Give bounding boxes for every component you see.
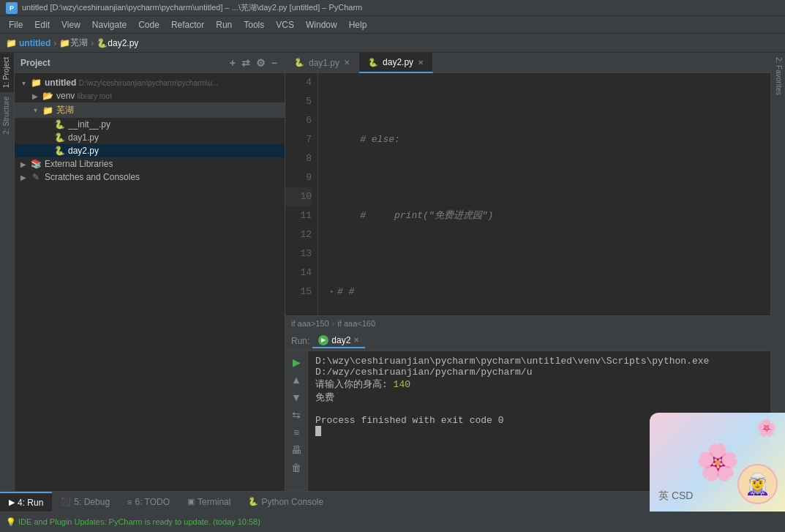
menu-refactor[interactable]: Refactor: [165, 18, 210, 31]
project-panel: Project + ⇄ ⚙ − ▾ 📁 untitled D:\wzy\cesh…: [15, 53, 285, 491]
status-bc-2: if aaa<160: [337, 319, 375, 328]
menu-bar: File Edit View Navigate Code Refactor Ru…: [0, 16, 785, 34]
menu-code[interactable]: Code: [132, 18, 165, 31]
code-line-6: ▸ # #: [324, 282, 765, 301]
run-print-button[interactable]: 🖶: [288, 442, 304, 458]
editor-status: if aaa>150 › if aaa<160: [285, 315, 770, 330]
tab-day2[interactable]: 🐍 day2.py ✕: [359, 53, 433, 73]
code-line-5: # print("免费进虎园"): [324, 206, 765, 225]
status-message: 💡 IDE and Plugin Updates: PyCharm is rea…: [6, 517, 779, 527]
menu-edit[interactable]: Edit: [29, 18, 56, 31]
tree-item-scratches[interactable]: ▶ ✎ Scratches and Consoles: [15, 171, 285, 184]
right-panel-tabs: 2: Favorites: [770, 53, 785, 491]
menu-view[interactable]: View: [56, 18, 86, 31]
menu-navigate[interactable]: Navigate: [86, 18, 132, 31]
bottom-tab-run[interactable]: ▶ 4: Run: [0, 492, 52, 512]
title-bar: P untitled [D:\wzy\ceshiruanjian\pycharm…: [0, 0, 785, 16]
bottom-tab-bar: ▶ 4: Run ⬛ 5: Debug ≡ 6: TODO ▣ Terminal…: [0, 491, 785, 512]
fold-icon-6[interactable]: ▸: [327, 282, 337, 301]
run-output-empty: [315, 404, 763, 415]
bottom-tab-terminal[interactable]: ▣ Terminal: [179, 492, 239, 512]
status-bar: 💡 IDE and Plugin Updates: PyCharm is rea…: [0, 512, 785, 532]
status-update-icon: 💡: [6, 517, 16, 526]
expand-icon-scratches: ▶: [18, 173, 29, 181]
folder-icon-extlib: 📚: [29, 159, 42, 169]
menu-run[interactable]: Run: [210, 18, 238, 31]
run-tab-day2-close[interactable]: ✕: [353, 336, 359, 344]
bottom-tab-debug[interactable]: ⬛ 5: Debug: [52, 492, 119, 512]
bottom-tab-terminal-label: Terminal: [198, 497, 230, 507]
status-update-text[interactable]: IDE and Plugin Updates: PyCharm is ready…: [18, 517, 260, 526]
bottom-tab-todo[interactable]: ≡ 6: TODO: [119, 492, 179, 512]
window-title: untitled [D:\wzy\ceshiruanjian\pycharm\p…: [22, 2, 362, 13]
tab-day1-icon: 🐍: [294, 58, 304, 67]
run-panel: Run: ▶ day2 ✕ ▶ ▲ ▼ ⇆ ≡ 🖶: [285, 330, 770, 491]
run-clear-button[interactable]: 🗑: [288, 460, 304, 476]
tree-item-wuhu[interactable]: ▾ 📁 芜湖: [15, 102, 285, 118]
new-file-icon[interactable]: +: [228, 57, 237, 69]
menu-help[interactable]: Help: [343, 18, 373, 31]
tab-day2-label: day2.py: [383, 57, 413, 67]
menu-vcs[interactable]: VCS: [270, 18, 300, 31]
expand-icon-untitled: ▾: [18, 79, 29, 87]
menu-window[interactable]: Window: [300, 18, 343, 31]
settings-icon[interactable]: ⚙: [255, 57, 267, 69]
sync-icon[interactable]: ⇄: [240, 57, 252, 69]
breadcrumb-project-icon: 📁: [6, 38, 17, 48]
breadcrumb-untitled[interactable]: untitled: [19, 38, 50, 48]
run-filter-button[interactable]: ≡: [288, 424, 304, 441]
tree-item-day1[interactable]: 🐍 day1.py: [15, 131, 285, 144]
editor-section: 🐍 day1.py ✕ 🐍 day2.py ✕ 4: [285, 53, 770, 330]
left-tab-project[interactable]: 1: Project: [0, 53, 14, 92]
run-scroll-up-button[interactable]: ▲: [288, 372, 304, 388]
breadcrumb-wuhu[interactable]: 芜湖: [70, 37, 88, 49]
folder-icon-wuhu: 📁: [41, 105, 54, 116]
tree-item-extlib[interactable]: ▶ 📚 External Libraries: [15, 157, 285, 171]
run-content-area: ▶ ▲ ▼ ⇆ ≡ 🖶 🗑 D:\wzy\ceshiruanjian\pycha…: [285, 351, 770, 491]
run-label: Run:: [291, 336, 309, 346]
tree-item-venv[interactable]: ▶ 📂 venv library root: [15, 89, 285, 102]
tree-item-day2[interactable]: 🐍 day2.py: [15, 144, 285, 157]
bottom-tab-python-console-label: Python Console: [261, 497, 323, 507]
run-cursor: [315, 426, 321, 436]
run-tab-day2-icon: ▶: [318, 335, 328, 345]
run-output[interactable]: D:\wzy\ceshiruanjian\pycharm\pycharm\unt…: [308, 351, 770, 491]
code-editor: 4 5 6 7 8 9 10 11 12 13 14 15: [285, 73, 770, 315]
tab-day1-label: day1.py: [309, 58, 339, 68]
tab-day2-close[interactable]: ✕: [418, 59, 424, 67]
editor-container: 🐍 day1.py ✕ 🐍 day2.py ✕ 4: [285, 53, 770, 330]
menu-file[interactable]: File: [3, 18, 29, 31]
bottom-tab-python-console[interactable]: 🐍 Python Console: [239, 492, 332, 512]
breadcrumb-bar: 📁 untitled › 📁 芜湖 › 🐍 day2.py: [0, 34, 785, 53]
run-tab-day2[interactable]: ▶ day2 ✕: [312, 334, 365, 348]
run-wrap-button[interactable]: ⇆: [288, 407, 304, 423]
run-play-button[interactable]: ▶: [288, 354, 304, 370]
left-tab-structure[interactable]: 2: Structure: [0, 92, 14, 139]
code-content[interactable]: # else: # print("免费进虎园") ▸ # #: [318, 73, 770, 315]
editor-status-breadcrumb: if aaa>150 › if aaa<160: [291, 319, 375, 328]
line-numbers: 4 5 6 7 8 9 10 11 12 13 14 15: [285, 73, 318, 315]
project-tree: ▾ 📁 untitled D:\wzy\ceshiruanjian\pychar…: [15, 73, 285, 491]
editor-and-run: 🐍 day1.py ✕ 🐍 day2.py ✕ 4: [285, 53, 770, 491]
tree-item-init[interactable]: 🐍 __init__.py: [15, 118, 285, 131]
breadcrumb-day2[interactable]: day2.py: [108, 38, 138, 48]
menu-tools[interactable]: Tools: [238, 18, 270, 31]
tree-label-untitled: untitled D:\wzy\ceshiruanjian\pycharm\py…: [45, 78, 218, 88]
expand-icon-wuhu: ▾: [29, 106, 41, 114]
tree-item-untitled[interactable]: ▾ 📁 untitled D:\wzy\ceshiruanjian\pychar…: [15, 76, 285, 89]
expand-icon-extlib: ▶: [18, 160, 29, 168]
mid-section: 1: Project 2: Structure Project + ⇄ ⚙ − …: [0, 53, 785, 491]
tree-label-extlib: External Libraries: [45, 159, 113, 169]
run-scroll-down-button[interactable]: ▼: [288, 389, 304, 405]
run-toolbar: ▶ ▲ ▼ ⇆ ≡ 🖶 🗑: [285, 351, 308, 491]
run-icon: ▶: [9, 498, 15, 507]
tab-day1[interactable]: 🐍 day1.py ✕: [285, 53, 359, 72]
bottom-tab-todo-label: 6: TODO: [135, 497, 170, 507]
minimize-panel-icon[interactable]: −: [270, 57, 279, 69]
file-icon-day1: 🐍: [53, 132, 66, 143]
folder-icon-scratches: ✎: [29, 172, 42, 182]
tab-day1-close[interactable]: ✕: [344, 59, 350, 67]
file-icon-day2: 🐍: [53, 146, 66, 156]
breadcrumb-folder-icon: 📁: [59, 38, 70, 48]
right-tab-favorites[interactable]: 2: Favorites: [771, 53, 785, 100]
